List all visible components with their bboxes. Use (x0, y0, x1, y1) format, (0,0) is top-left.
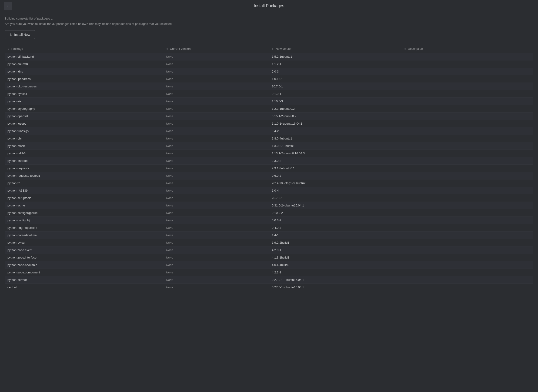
new-version: 4.2.0-1 (269, 247, 401, 254)
new-version: 0.10.0-2 (269, 209, 401, 217)
table-row: python-zope.hookableNone4.0.4-4build2 (5, 261, 533, 269)
col-header-new[interactable]: ⇕ New version (269, 45, 401, 53)
package-name: python-configargparse (5, 209, 163, 217)
col-header-desc[interactable]: ⇕ Description (401, 45, 533, 53)
current-version: None (163, 112, 269, 120)
current-version: None (163, 269, 269, 276)
new-version: 4.0.4-4build2 (269, 261, 401, 269)
current-version: None (163, 135, 269, 142)
confirm-text: Are you sure you wish to install the 32 … (5, 22, 533, 26)
current-version: None (163, 142, 269, 150)
package-name: python-setuptools (5, 194, 163, 202)
current-version: None (163, 194, 269, 202)
table-row: python-josepyNone1.1.0-1~ubuntu16.04.1 (5, 120, 533, 127)
col-header-package[interactable]: ⇕ Package (5, 45, 163, 53)
description (401, 127, 533, 135)
package-name: python-mock (5, 142, 163, 150)
package-name: python-requests-toolbelt (5, 172, 163, 179)
refresh-icon: ↻ (9, 33, 12, 37)
new-version: 1.0.16-1 (269, 75, 401, 83)
description (401, 68, 533, 75)
package-name: python-rfc3339 (5, 187, 163, 194)
current-version: None (163, 217, 269, 224)
new-version: 0.27.0-1~ubuntu16.04.1 (269, 276, 401, 284)
package-name: python-josepy (5, 120, 163, 127)
new-version: 1.10.0-3 (269, 98, 401, 105)
new-version: 2.3.0-2 (269, 157, 401, 165)
table-body: python-cffi-backendNone1.5.2-1ubuntu1pyt… (5, 53, 533, 291)
package-name: python-urllib3 (5, 150, 163, 157)
package-name: python-zope.event (5, 247, 163, 254)
current-version: None (163, 61, 269, 68)
description (401, 61, 533, 68)
new-version: 0.27.0-1~ubuntu16.04.1 (269, 284, 401, 291)
description (401, 269, 533, 276)
description (401, 276, 533, 284)
description (401, 83, 533, 90)
package-name: python-certbot (5, 276, 163, 284)
package-name: python-cryptography (5, 105, 163, 112)
current-version: None (163, 165, 269, 172)
table-row: python-pyicuNone1.9.2-2build1 (5, 239, 533, 247)
package-name: python-enum34 (5, 61, 163, 68)
table-row: python-funcsigsNone0.4-2 (5, 127, 533, 135)
new-version: 0.1.9-1 (269, 90, 401, 98)
current-version: None (163, 53, 269, 61)
back-icon: ← (6, 4, 10, 8)
description (401, 284, 533, 291)
packages-table: ⇕ Package ⇕ Current version ⇕ New versio… (5, 45, 533, 291)
current-version: None (163, 157, 269, 165)
new-version: 1.4-1 (269, 232, 401, 239)
sort-icon-package: ⇕ (7, 47, 9, 51)
install-now-button[interactable]: ↻ Install Now (5, 30, 35, 39)
table-row: python-chardetNone2.3.0-2 (5, 157, 533, 165)
table-row: python-zope.componentNone4.2.2-1 (5, 269, 533, 276)
package-name: certbot (5, 284, 163, 291)
current-version: None (163, 276, 269, 284)
current-version: None (163, 127, 269, 135)
package-name: python-cffi-backend (5, 53, 163, 61)
current-version: None (163, 68, 269, 75)
package-name: python-idna (5, 68, 163, 75)
current-version: None (163, 83, 269, 90)
table-row: python-certbotNone0.27.0-1~ubuntu16.04.1 (5, 276, 533, 284)
current-version: None (163, 98, 269, 105)
package-name: python-pbr (5, 135, 163, 142)
table-row: certbotNone0.27.0-1~ubuntu16.04.1 (5, 284, 533, 291)
package-name: python-ndg-httpsclient (5, 224, 163, 232)
new-version: 1.1.2-1 (269, 61, 401, 68)
description (401, 217, 533, 224)
table-row: python-idnaNone2.0-3 (5, 68, 533, 75)
description (401, 261, 533, 269)
install-now-label: Install Now (14, 33, 30, 37)
info-text: Building complete list of packages .. (5, 17, 533, 20)
package-name: python-pyicu (5, 239, 163, 247)
current-version: None (163, 254, 269, 261)
description (401, 53, 533, 61)
description (401, 105, 533, 112)
new-version: 1.13.1-2ubuntu0.16.04.3 (269, 150, 401, 157)
new-version: 20.7.0-1 (269, 83, 401, 90)
table-row: python-ndg-httpsclientNone0.4.0-3 (5, 224, 533, 232)
package-name: python-acme (5, 202, 163, 209)
package-name: python-zope.hookable (5, 261, 163, 269)
description (401, 209, 533, 217)
col-header-current[interactable]: ⇕ Current version (163, 45, 269, 53)
description (401, 202, 533, 209)
description (401, 239, 533, 247)
package-name: python-parsedatetime (5, 232, 163, 239)
new-version: 0.4-2 (269, 127, 401, 135)
back-button[interactable]: ← (4, 2, 12, 10)
table-row: python-pkg-resourcesNone20.7.0-1 (5, 83, 533, 90)
new-version: 4.1.3-1build1 (269, 254, 401, 261)
table-header: ⇕ Package ⇕ Current version ⇕ New versio… (5, 45, 533, 53)
description (401, 172, 533, 179)
current-version: None (163, 232, 269, 239)
description (401, 135, 533, 142)
package-name: python-zope.interface (5, 254, 163, 261)
description (401, 194, 533, 202)
table-row: python-pyasn1None0.1.9-1 (5, 90, 533, 98)
description (401, 254, 533, 261)
new-version: 1.0-4 (269, 187, 401, 194)
description (401, 90, 533, 98)
